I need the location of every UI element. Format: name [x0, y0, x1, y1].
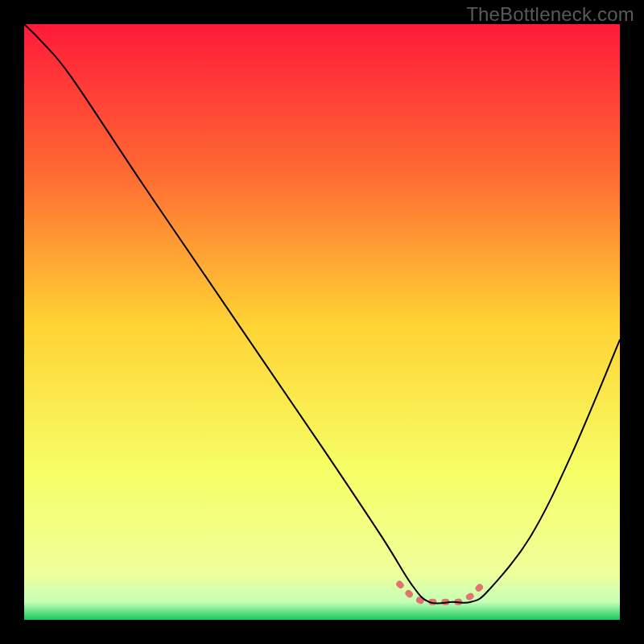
watermark-text: TheBottleneck.com: [466, 3, 634, 26]
chart-frame: TheBottleneck.com: [0, 0, 644, 644]
plot-area: [24, 24, 620, 620]
bottleneck-chart: [0, 0, 644, 644]
